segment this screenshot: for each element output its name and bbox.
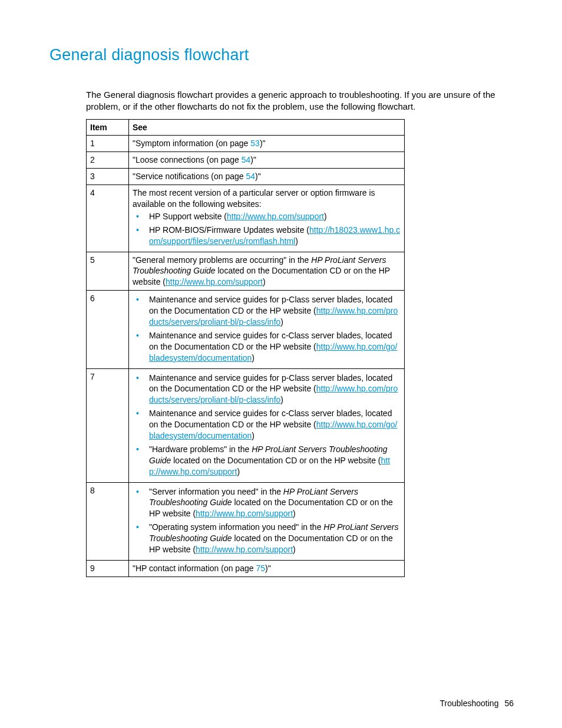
table-row: 2 "Loose connections (on page 54)" bbox=[87, 152, 405, 169]
text: located on the Documentation CD or on th… bbox=[171, 456, 381, 465]
bullet-list: Maintenance and service guides for p-Cla… bbox=[133, 373, 401, 477]
header-item: Item bbox=[87, 119, 129, 136]
list-item: Maintenance and service guides for p-Cla… bbox=[144, 373, 401, 406]
page-footer: Troubleshooting56 bbox=[440, 699, 514, 708]
see-cell: "General memory problems are occurring" … bbox=[129, 252, 405, 291]
list-item: "Server information you need" in the HP … bbox=[144, 486, 401, 520]
text: )" bbox=[250, 155, 256, 164]
text: )" bbox=[255, 172, 261, 181]
hyperlink[interactable]: http://www.hp.com/support bbox=[166, 277, 263, 286]
see-cell: The most recent version of a particular … bbox=[129, 185, 405, 252]
footer-section: Troubleshooting bbox=[440, 699, 499, 708]
list-item: Maintenance and service guides for c-Cla… bbox=[144, 408, 401, 442]
text: HP Support website ( bbox=[149, 212, 227, 221]
lead-text: The most recent version of a particular … bbox=[133, 187, 401, 210]
text: ) bbox=[280, 317, 283, 327]
text: "Operating system information you need" … bbox=[149, 522, 323, 532]
text: )" bbox=[265, 564, 271, 573]
reference-table: Item See 1 "Symptom information (on page… bbox=[86, 119, 405, 577]
item-number: 5 bbox=[87, 252, 129, 291]
table-row: 6 Maintenance and service guides for p-C… bbox=[87, 291, 405, 368]
list-item: HP Support website (http://www.hp.com/su… bbox=[144, 211, 401, 222]
item-number: 6 bbox=[87, 291, 129, 368]
bullet-list: HP Support website (http://www.hp.com/su… bbox=[133, 211, 401, 247]
page-title: General diagnosis flowchart bbox=[49, 46, 515, 64]
bullet-list: Maintenance and service guides for p-Cla… bbox=[133, 294, 401, 363]
document-page: General diagnosis flowchart The General … bbox=[0, 0, 562, 728]
item-number: 2 bbox=[87, 152, 129, 169]
see-cell: "HP contact information (on page 75)" bbox=[129, 560, 405, 577]
text: ) bbox=[293, 509, 296, 518]
text: ) bbox=[295, 236, 298, 246]
see-cell: "Symptom information (on page 53)" bbox=[129, 136, 405, 152]
text: )" bbox=[260, 139, 266, 148]
footer-page-number: 56 bbox=[504, 699, 514, 708]
item-number: 1 bbox=[87, 136, 129, 152]
table-row: 8 "Server information you need" in the H… bbox=[87, 482, 405, 560]
page-link[interactable]: 75 bbox=[256, 564, 265, 573]
item-number: 4 bbox=[87, 185, 129, 252]
item-number: 3 bbox=[87, 169, 129, 185]
page-link[interactable]: 53 bbox=[250, 139, 260, 148]
text: ) bbox=[252, 353, 254, 363]
bullet-list: "Server information you need" in the HP … bbox=[133, 486, 401, 555]
text: HP ROM-BIOS/Firmware Updates website ( bbox=[149, 225, 309, 235]
text: ) bbox=[237, 467, 240, 476]
intro-paragraph: The General diagnosis flowchart provides… bbox=[49, 89, 515, 113]
hyperlink[interactable]: http://www.hp.com/support bbox=[227, 212, 324, 221]
list-item: "Operating system information you need" … bbox=[144, 522, 401, 555]
see-cell: "Service notifications (on page 54)" bbox=[129, 169, 405, 185]
hyperlink[interactable]: http://www.hp.com/support bbox=[196, 509, 293, 518]
text: "Hardware problems" in the bbox=[149, 444, 252, 454]
text: ) bbox=[293, 545, 296, 554]
see-cell: Maintenance and service guides for p-Cla… bbox=[129, 291, 405, 368]
item-number: 9 bbox=[87, 560, 129, 577]
item-number: 7 bbox=[87, 368, 129, 482]
text: "Server information you need" in the bbox=[149, 487, 283, 496]
see-cell: "Loose connections (on page 54)" bbox=[129, 152, 405, 169]
see-cell: Maintenance and service guides for p-Cla… bbox=[129, 368, 405, 482]
list-item: Maintenance and service guides for p-Cla… bbox=[144, 294, 401, 328]
text: ) bbox=[263, 277, 266, 286]
text: ) bbox=[280, 395, 283, 404]
table-row: 7 Maintenance and service guides for p-C… bbox=[87, 368, 405, 482]
hyperlink[interactable]: http://www.hp.com/support bbox=[196, 545, 293, 554]
text: ) bbox=[252, 431, 254, 440]
text: "General memory problems are occurring" … bbox=[133, 255, 311, 265]
see-cell: "Server information you need" in the HP … bbox=[129, 482, 405, 560]
text: "Loose connections (on page bbox=[133, 155, 242, 164]
header-see: See bbox=[129, 119, 405, 136]
page-link[interactable]: 54 bbox=[246, 172, 256, 181]
text: "Symptom information (on page bbox=[133, 139, 250, 148]
page-link[interactable]: 54 bbox=[242, 155, 251, 164]
list-item: "Hardware problems" in the HP ProLiant S… bbox=[144, 444, 401, 477]
text: "HP contact information (on page bbox=[133, 564, 256, 573]
table-row: 3 "Service notifications (on page 54)" bbox=[87, 169, 405, 185]
text: ) bbox=[324, 212, 327, 221]
text: "Service notifications (on page bbox=[133, 172, 246, 181]
list-item: HP ROM-BIOS/Firmware Updates website (ht… bbox=[144, 225, 401, 247]
list-item: Maintenance and service guides for c-Cla… bbox=[144, 330, 401, 364]
table-row: 4 The most recent version of a particula… bbox=[87, 185, 405, 252]
table-header-row: Item See bbox=[87, 119, 405, 136]
table-row: 9 "HP contact information (on page 75)" bbox=[87, 560, 405, 577]
table-row: 5 "General memory problems are occurring… bbox=[87, 252, 405, 291]
table-row: 1 "Symptom information (on page 53)" bbox=[87, 136, 405, 152]
item-number: 8 bbox=[87, 482, 129, 560]
